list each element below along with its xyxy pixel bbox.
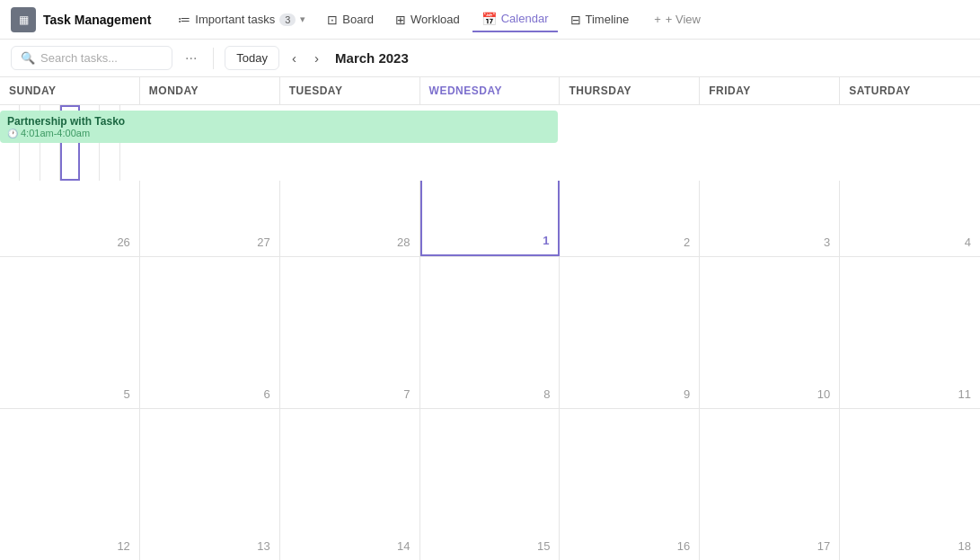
week3-fri[interactable]: 17: [700, 409, 840, 560]
add-view-label: + View: [666, 13, 701, 26]
week1-tue[interactable]: 28: [280, 181, 420, 256]
app-title: Task Management: [43, 13, 151, 27]
week3-tue[interactable]: 14: [280, 409, 420, 560]
day-num-17: 17: [817, 539, 830, 553]
header-thursday: Thursday: [560, 77, 700, 104]
week-row-2: 5 6 7 8 9 10 11: [0, 257, 980, 409]
day-num-14: 14: [397, 539, 410, 553]
day-num-7: 7: [403, 387, 410, 401]
day-num-6: 6: [263, 387, 269, 401]
week1-fri[interactable]: 3: [700, 181, 840, 256]
week3-sat[interactable]: 18: [840, 409, 980, 560]
week2-wed[interactable]: 8: [420, 257, 561, 408]
week2-sun[interactable]: 5: [0, 257, 140, 408]
toolbar: 🔍 Search tasks... ··· Today ‹ › March 20…: [0, 40, 980, 77]
prev-month-button[interactable]: ‹: [287, 47, 302, 69]
event-time: 🕐 4:01am-4:00am: [7, 128, 551, 138]
week2-thu[interactable]: 9: [560, 257, 700, 408]
event-title: Partnership with Tasko: [7, 115, 551, 128]
day-num-15: 15: [537, 539, 550, 553]
week2-fri[interactable]: 10: [700, 257, 840, 408]
day-num-26: 26: [117, 236, 129, 249]
week-row-1: Partnership with Tasko 🕐 4:01am-4:00am 2…: [0, 105, 980, 257]
header-tuesday: Tuesday: [280, 77, 420, 104]
nav-label-board: Board: [342, 13, 374, 26]
timeline-icon: ⊟: [570, 13, 581, 27]
nav-label-calendar: Calendar: [501, 12, 549, 25]
week1-mon[interactable]: 27: [140, 181, 280, 256]
list-icon: ≔: [178, 13, 190, 27]
header-monday: Monday: [140, 77, 280, 104]
day-num-4: 4: [965, 236, 971, 249]
plus-icon: +: [654, 13, 661, 26]
next-month-button[interactable]: ›: [309, 47, 324, 69]
top-nav: ▦ Task Management ≔ Important tasks 3 ▾ …: [0, 0, 980, 40]
nav-label-timeline: Timeline: [586, 13, 630, 26]
calendar-container: Sunday Monday Tuesday Wednesday Thursday…: [0, 77, 980, 560]
search-box[interactable]: 🔍 Search tasks...: [11, 46, 172, 70]
week1-wed[interactable]: 1: [420, 181, 561, 256]
day-num-10: 10: [817, 387, 830, 401]
calendar-icon: 📅: [481, 12, 497, 26]
nav-item-board[interactable]: ⊡ Board: [318, 8, 383, 31]
day-num-18: 18: [958, 539, 971, 553]
clock-icon: 🕐: [7, 129, 18, 138]
week3-mon[interactable]: 13: [140, 409, 280, 560]
day-num-5: 5: [124, 387, 130, 401]
day-num-27: 27: [257, 236, 269, 249]
day-num-9: 9: [684, 387, 690, 401]
app-icon: ▦: [11, 7, 36, 32]
search-icon: 🔍: [21, 51, 35, 65]
separator: [213, 48, 214, 69]
day-num-16: 16: [677, 539, 690, 553]
nav-label-workload: Workload: [411, 13, 460, 26]
header-friday: Friday: [700, 77, 840, 104]
nav-label-important-tasks: Important tasks: [195, 13, 275, 26]
week2-tue[interactable]: 7: [280, 257, 420, 408]
more-options-button[interactable]: ···: [180, 47, 202, 70]
week3-wed[interactable]: 15: [420, 409, 561, 560]
header-sunday: Sunday: [0, 77, 140, 104]
nav-item-workload[interactable]: ⊞ Workload: [386, 8, 469, 31]
header-wednesday: Wednesday: [420, 77, 561, 104]
day-num-12: 12: [117, 539, 129, 553]
week3-sun[interactable]: 12: [0, 409, 140, 560]
nav-item-calendar[interactable]: 📅 Calendar: [472, 7, 558, 32]
workload-icon: ⊞: [395, 13, 406, 27]
current-month-label: March 2023: [335, 50, 409, 66]
week2-sat[interactable]: 11: [840, 257, 980, 408]
today-button[interactable]: Today: [225, 46, 279, 70]
week1-sun[interactable]: 26: [0, 181, 140, 256]
add-view-button[interactable]: + + View: [645, 8, 710, 31]
day-num-2: 2: [684, 236, 690, 249]
header-saturday: Saturday: [840, 77, 980, 104]
nav-item-timeline[interactable]: ⊟ Timeline: [561, 8, 639, 31]
day-num-11: 11: [958, 387, 971, 401]
day-num-1: 1: [543, 234, 549, 247]
week2-mon[interactable]: 6: [140, 257, 280, 408]
nav-item-important-tasks[interactable]: ≔ Important tasks 3 ▾: [169, 8, 314, 31]
search-placeholder: Search tasks...: [40, 51, 118, 65]
day-num-3: 3: [824, 236, 830, 249]
event-partnership[interactable]: Partnership with Tasko 🕐 4:01am-4:00am: [0, 111, 558, 143]
calendar-body: Partnership with Tasko 🕐 4:01am-4:00am 2…: [0, 105, 980, 560]
day-num-13: 13: [257, 539, 269, 553]
day-num-8: 8: [543, 387, 550, 401]
day-num-28: 28: [397, 236, 410, 249]
board-icon: ⊡: [327, 13, 338, 27]
week3-thu[interactable]: 16: [560, 409, 700, 560]
day-headers: Sunday Monday Tuesday Wednesday Thursday…: [0, 77, 980, 105]
week-row-3: 12 13 14 15 16 17 18: [0, 409, 980, 560]
important-tasks-badge: 3: [279, 13, 296, 26]
week-1-event-row: Partnership with Tasko 🕐 4:01am-4:00am: [0, 105, 980, 181]
week1-thu[interactable]: 2: [560, 181, 700, 256]
dropdown-arrow-icon: ▾: [300, 13, 305, 25]
week1-sat[interactable]: 4: [840, 181, 980, 256]
